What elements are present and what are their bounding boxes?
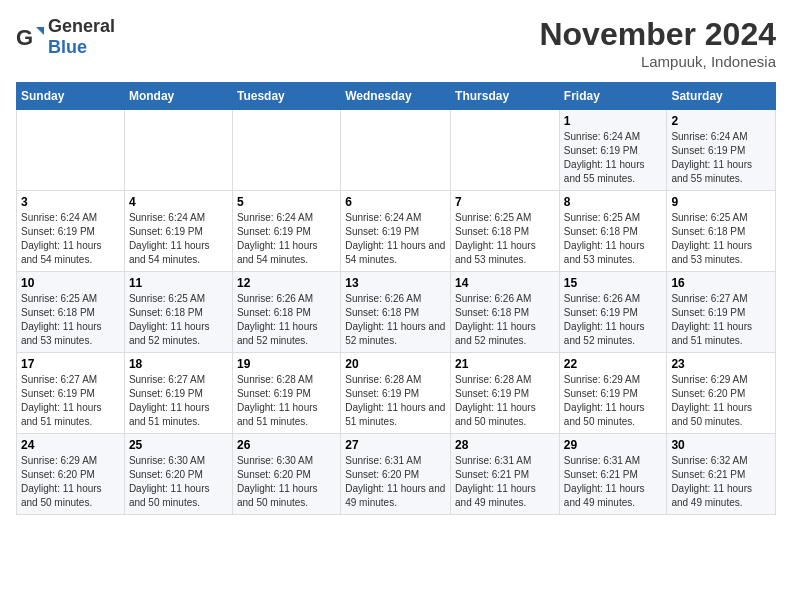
day-number: 16 [671, 276, 771, 290]
day-info: Sunrise: 6:29 AM Sunset: 6:20 PM Dayligh… [21, 454, 120, 510]
day-info: Sunrise: 6:25 AM Sunset: 6:18 PM Dayligh… [564, 211, 663, 267]
day-info: Sunrise: 6:26 AM Sunset: 6:18 PM Dayligh… [455, 292, 555, 348]
day-cell-30: 30Sunrise: 6:32 AM Sunset: 6:21 PM Dayli… [667, 434, 776, 515]
day-number: 4 [129, 195, 228, 209]
logo: G General Blue [16, 16, 115, 58]
empty-cell [17, 110, 125, 191]
day-info: Sunrise: 6:25 AM Sunset: 6:18 PM Dayligh… [671, 211, 771, 267]
day-cell-5: 5Sunrise: 6:24 AM Sunset: 6:19 PM Daylig… [232, 191, 340, 272]
day-number: 21 [455, 357, 555, 371]
day-number: 6 [345, 195, 446, 209]
day-info: Sunrise: 6:25 AM Sunset: 6:18 PM Dayligh… [129, 292, 228, 348]
logo-general: General [48, 16, 115, 36]
day-number: 13 [345, 276, 446, 290]
day-cell-16: 16Sunrise: 6:27 AM Sunset: 6:19 PM Dayli… [667, 272, 776, 353]
day-info: Sunrise: 6:29 AM Sunset: 6:19 PM Dayligh… [564, 373, 663, 429]
day-info: Sunrise: 6:30 AM Sunset: 6:20 PM Dayligh… [237, 454, 336, 510]
day-number: 14 [455, 276, 555, 290]
day-number: 5 [237, 195, 336, 209]
weekday-header-row: SundayMondayTuesdayWednesdayThursdayFrid… [17, 83, 776, 110]
day-info: Sunrise: 6:24 AM Sunset: 6:19 PM Dayligh… [671, 130, 771, 186]
day-cell-8: 8Sunrise: 6:25 AM Sunset: 6:18 PM Daylig… [559, 191, 667, 272]
weekday-header-friday: Friday [559, 83, 667, 110]
day-number: 25 [129, 438, 228, 452]
day-cell-20: 20Sunrise: 6:28 AM Sunset: 6:19 PM Dayli… [341, 353, 451, 434]
logo-blue: Blue [48, 37, 87, 57]
day-info: Sunrise: 6:24 AM Sunset: 6:19 PM Dayligh… [564, 130, 663, 186]
day-cell-26: 26Sunrise: 6:30 AM Sunset: 6:20 PM Dayli… [232, 434, 340, 515]
day-info: Sunrise: 6:28 AM Sunset: 6:19 PM Dayligh… [237, 373, 336, 429]
day-cell-7: 7Sunrise: 6:25 AM Sunset: 6:18 PM Daylig… [451, 191, 560, 272]
day-number: 8 [564, 195, 663, 209]
day-cell-15: 15Sunrise: 6:26 AM Sunset: 6:19 PM Dayli… [559, 272, 667, 353]
week-row-2: 3Sunrise: 6:24 AM Sunset: 6:19 PM Daylig… [17, 191, 776, 272]
day-cell-24: 24Sunrise: 6:29 AM Sunset: 6:20 PM Dayli… [17, 434, 125, 515]
day-cell-6: 6Sunrise: 6:24 AM Sunset: 6:19 PM Daylig… [341, 191, 451, 272]
day-number: 1 [564, 114, 663, 128]
day-number: 24 [21, 438, 120, 452]
day-number: 3 [21, 195, 120, 209]
day-cell-4: 4Sunrise: 6:24 AM Sunset: 6:19 PM Daylig… [124, 191, 232, 272]
title-area: November 2024 Lampuuk, Indonesia [539, 16, 776, 70]
day-info: Sunrise: 6:30 AM Sunset: 6:20 PM Dayligh… [129, 454, 228, 510]
day-number: 10 [21, 276, 120, 290]
day-info: Sunrise: 6:24 AM Sunset: 6:19 PM Dayligh… [345, 211, 446, 267]
day-number: 26 [237, 438, 336, 452]
page-header: G General Blue November 2024 Lampuuk, In… [16, 16, 776, 70]
day-number: 28 [455, 438, 555, 452]
week-row-5: 24Sunrise: 6:29 AM Sunset: 6:20 PM Dayli… [17, 434, 776, 515]
day-info: Sunrise: 6:28 AM Sunset: 6:19 PM Dayligh… [345, 373, 446, 429]
day-cell-21: 21Sunrise: 6:28 AM Sunset: 6:19 PM Dayli… [451, 353, 560, 434]
weekday-header-thursday: Thursday [451, 83, 560, 110]
day-info: Sunrise: 6:32 AM Sunset: 6:21 PM Dayligh… [671, 454, 771, 510]
empty-cell [451, 110, 560, 191]
day-info: Sunrise: 6:31 AM Sunset: 6:21 PM Dayligh… [564, 454, 663, 510]
day-cell-18: 18Sunrise: 6:27 AM Sunset: 6:19 PM Dayli… [124, 353, 232, 434]
day-cell-12: 12Sunrise: 6:26 AM Sunset: 6:18 PM Dayli… [232, 272, 340, 353]
weekday-header-wednesday: Wednesday [341, 83, 451, 110]
day-cell-29: 29Sunrise: 6:31 AM Sunset: 6:21 PM Dayli… [559, 434, 667, 515]
week-row-3: 10Sunrise: 6:25 AM Sunset: 6:18 PM Dayli… [17, 272, 776, 353]
weekday-header-sunday: Sunday [17, 83, 125, 110]
day-info: Sunrise: 6:29 AM Sunset: 6:20 PM Dayligh… [671, 373, 771, 429]
day-cell-10: 10Sunrise: 6:25 AM Sunset: 6:18 PM Dayli… [17, 272, 125, 353]
empty-cell [232, 110, 340, 191]
location: Lampuuk, Indonesia [539, 53, 776, 70]
day-info: Sunrise: 6:31 AM Sunset: 6:21 PM Dayligh… [455, 454, 555, 510]
empty-cell [341, 110, 451, 191]
day-cell-19: 19Sunrise: 6:28 AM Sunset: 6:19 PM Dayli… [232, 353, 340, 434]
day-number: 2 [671, 114, 771, 128]
month-title: November 2024 [539, 16, 776, 53]
day-info: Sunrise: 6:31 AM Sunset: 6:20 PM Dayligh… [345, 454, 446, 510]
day-info: Sunrise: 6:26 AM Sunset: 6:18 PM Dayligh… [237, 292, 336, 348]
day-info: Sunrise: 6:26 AM Sunset: 6:19 PM Dayligh… [564, 292, 663, 348]
day-info: Sunrise: 6:25 AM Sunset: 6:18 PM Dayligh… [455, 211, 555, 267]
day-cell-25: 25Sunrise: 6:30 AM Sunset: 6:20 PM Dayli… [124, 434, 232, 515]
day-number: 17 [21, 357, 120, 371]
weekday-header-tuesday: Tuesday [232, 83, 340, 110]
day-number: 22 [564, 357, 663, 371]
day-cell-2: 2Sunrise: 6:24 AM Sunset: 6:19 PM Daylig… [667, 110, 776, 191]
day-number: 11 [129, 276, 228, 290]
week-row-1: 1Sunrise: 6:24 AM Sunset: 6:19 PM Daylig… [17, 110, 776, 191]
day-number: 23 [671, 357, 771, 371]
day-info: Sunrise: 6:24 AM Sunset: 6:19 PM Dayligh… [237, 211, 336, 267]
day-cell-27: 27Sunrise: 6:31 AM Sunset: 6:20 PM Dayli… [341, 434, 451, 515]
day-cell-1: 1Sunrise: 6:24 AM Sunset: 6:19 PM Daylig… [559, 110, 667, 191]
day-cell-14: 14Sunrise: 6:26 AM Sunset: 6:18 PM Dayli… [451, 272, 560, 353]
weekday-header-monday: Monday [124, 83, 232, 110]
day-cell-13: 13Sunrise: 6:26 AM Sunset: 6:18 PM Dayli… [341, 272, 451, 353]
day-info: Sunrise: 6:24 AM Sunset: 6:19 PM Dayligh… [129, 211, 228, 267]
svg-marker-1 [36, 27, 44, 35]
weekday-header-saturday: Saturday [667, 83, 776, 110]
svg-text:G: G [16, 25, 33, 50]
week-row-4: 17Sunrise: 6:27 AM Sunset: 6:19 PM Dayli… [17, 353, 776, 434]
day-cell-3: 3Sunrise: 6:24 AM Sunset: 6:19 PM Daylig… [17, 191, 125, 272]
day-info: Sunrise: 6:27 AM Sunset: 6:19 PM Dayligh… [129, 373, 228, 429]
day-info: Sunrise: 6:27 AM Sunset: 6:19 PM Dayligh… [21, 373, 120, 429]
day-cell-11: 11Sunrise: 6:25 AM Sunset: 6:18 PM Dayli… [124, 272, 232, 353]
logo-icon: G [16, 23, 44, 51]
day-number: 29 [564, 438, 663, 452]
day-number: 19 [237, 357, 336, 371]
day-number: 30 [671, 438, 771, 452]
